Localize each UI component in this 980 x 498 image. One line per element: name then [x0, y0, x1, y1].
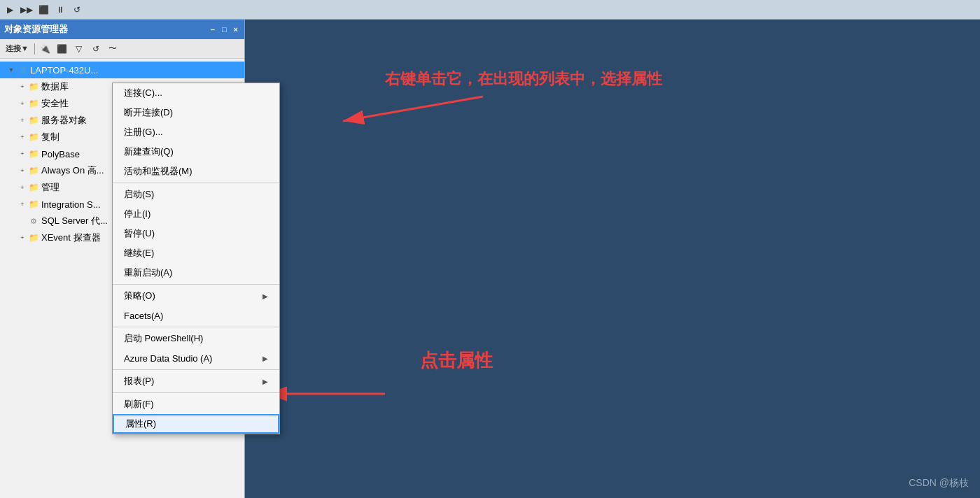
menu-policy-arrow: ▶ [262, 292, 268, 300]
menu-stop-label: 停止(I) [124, 208, 150, 220]
xevent-label: XEvent 探查器 [41, 232, 101, 244]
menu-powershell[interactable]: 启动 PowerShell(H) [113, 329, 279, 348]
menu-azure-studio-label: Azure Data Studio (A) [124, 353, 212, 364]
server-objects-folder-icon: 📁 [28, 115, 39, 126]
menu-activity-monitor-label: 活动和监视器(M) [124, 165, 192, 178]
menu-powershell-label: 启动 PowerShell(H) [124, 332, 203, 345]
menu-pause-label: 暂停(U) [124, 227, 155, 240]
always-on-folder-icon: 📁 [28, 165, 39, 176]
management-label: 管理 [41, 181, 59, 194]
menu-new-query-label: 新建查询(Q) [124, 145, 174, 158]
replication-label: 复制 [41, 131, 59, 143]
management-expand-icon[interactable]: + [17, 182, 28, 193]
menu-continue[interactable]: 继续(E) [113, 243, 279, 263]
menu-register-label: 注册(G)... [124, 126, 163, 138]
integration-folder-icon: 📁 [28, 199, 39, 210]
menu-sep1 [113, 183, 279, 183]
xevent-expand-icon[interactable]: + [17, 232, 28, 243]
menu-connect[interactable]: 连接(C)... [113, 83, 279, 103]
polybase-expand-icon[interactable]: + [17, 148, 28, 159]
menu-restart[interactable]: 重新启动(A) [113, 263, 279, 283]
toolbar-refresh-icon[interactable]: ↺ [70, 3, 84, 17]
menu-policy-label: 策略(O) [124, 290, 155, 302]
oe-title: 对象资源管理器 [4, 23, 68, 36]
server-label: LAPTOP-432U... [30, 65, 98, 76]
security-label: 安全性 [41, 97, 69, 110]
oe-dock-btn[interactable]: □ [220, 24, 229, 34]
menu-properties[interactable]: 属性(R) [113, 414, 279, 434]
integration-label: Integration S... [41, 199, 101, 210]
menu-reports-label: 报表(P) [124, 375, 154, 387]
oe-connect-icon[interactable]: 🔌 [38, 41, 53, 57]
annotation-bottom: 点击属性 [420, 348, 493, 373]
oe-filter-icon[interactable]: ▽ [71, 41, 87, 57]
databases-label: 数据库 [41, 80, 69, 93]
menu-facets[interactable]: Facets(A) [113, 306, 279, 325]
menu-sep5 [113, 392, 279, 393]
replication-folder-icon: 📁 [28, 131, 39, 143]
menu-start[interactable]: 启动(S) [113, 185, 279, 204]
context-menu: 连接(C)... 断开连接(D) 注册(G)... 新建查询(Q) 活动和监视器… [112, 83, 280, 434]
replication-expand-icon[interactable]: + [17, 131, 28, 143]
menu-facets-label: Facets(A) [124, 311, 163, 321]
menu-refresh[interactable]: 刷新(F) [113, 394, 279, 414]
oe-pin-btn[interactable]: – [209, 24, 217, 34]
toolbar-pause-icon[interactable]: ⏸ [53, 3, 67, 17]
oe-toolbar-divider1 [34, 43, 35, 55]
svg-line-1 [343, 97, 483, 121]
menu-properties-label: 属性(R) [125, 418, 156, 430]
menu-connect-label: 连接(C)... [124, 87, 162, 99]
object-explorer-panel: 对象资源管理器 – □ × 连接▼ 🔌 ⬛ ▽ ↺ 〜 ▼ 🖥 LAPTOP-4… [0, 20, 245, 498]
annotation-arrows [245, 20, 980, 498]
sql-agent-icon: ⚙ [28, 215, 39, 227]
menu-azure-studio-arrow: ▶ [262, 355, 268, 362]
menu-refresh-label: 刷新(F) [124, 398, 154, 411]
menu-sep3 [113, 327, 279, 327]
menu-disconnect-label: 断开连接(D) [124, 106, 173, 119]
db-expand-icon[interactable]: + [17, 81, 28, 92]
menu-stop[interactable]: 停止(I) [113, 204, 279, 224]
oe-stop-icon[interactable]: ⬛ [55, 41, 70, 57]
toolbar-play2-icon[interactable]: ▶▶ [20, 3, 34, 17]
menu-policy[interactable]: 策略(O) ▶ [113, 286, 279, 306]
security-folder-icon: 📁 [28, 98, 39, 109]
polybase-label: PolyBase [41, 149, 80, 159]
menu-disconnect[interactable]: 断开连接(D) [113, 103, 279, 122]
server-objects-expand-icon[interactable]: + [17, 115, 28, 126]
toolbar-stop-icon[interactable]: ⬛ [36, 3, 50, 17]
menu-sep2 [113, 284, 279, 285]
always-on-label: Always On 高... [41, 164, 104, 177]
oe-controls: – □ × [209, 24, 240, 34]
menu-activity-monitor[interactable]: 活动和监视器(M) [113, 162, 279, 181]
integration-expand-icon[interactable]: + [17, 199, 28, 210]
main-layout: 对象资源管理器 – □ × 连接▼ 🔌 ⬛ ▽ ↺ 〜 ▼ 🖥 LAPTOP-4… [0, 20, 980, 498]
oe-refresh-icon[interactable]: ↺ [88, 41, 104, 57]
sql-agent-label: SQL Server 代... [41, 215, 108, 227]
server-icon: 🖥 [17, 64, 28, 76]
security-expand-icon[interactable]: + [17, 98, 28, 109]
menu-reports-arrow: ▶ [262, 378, 268, 385]
top-toolbar: ▶ ▶▶ ⬛ ⏸ ↺ [0, 0, 980, 20]
server-expand-icon[interactable]: ▼ [6, 64, 17, 76]
menu-azure-studio[interactable]: Azure Data Studio (A) ▶ [113, 348, 279, 368]
watermark: CSDN @杨枝 [909, 477, 969, 490]
oe-toolbar: 连接▼ 🔌 ⬛ ▽ ↺ 〜 [0, 39, 244, 59]
server-objects-label: 服务器对象 [41, 114, 87, 127]
toolbar-play-icon[interactable]: ▶ [3, 3, 17, 17]
polybase-folder-icon: 📁 [28, 148, 39, 159]
menu-restart-label: 重新启动(A) [124, 266, 172, 279]
oe-connect-btn[interactable]: 连接▼ [3, 41, 31, 57]
oe-titlebar: 对象资源管理器 – □ × [0, 20, 244, 39]
tree-item-server[interactable]: ▼ 🖥 LAPTOP-432U... [0, 62, 244, 78]
oe-close-btn[interactable]: × [232, 24, 240, 34]
oe-wave-icon[interactable]: 〜 [105, 41, 120, 57]
databases-folder-icon: 📁 [28, 81, 39, 92]
annotation-top: 右键单击它，在出现的列表中，选择属性 [385, 69, 662, 90]
always-on-expand-icon[interactable]: + [17, 165, 28, 176]
management-folder-icon: 📁 [28, 182, 39, 193]
menu-reports[interactable]: 报表(P) ▶ [113, 371, 279, 391]
menu-new-query[interactable]: 新建查询(Q) [113, 142, 279, 162]
menu-pause[interactable]: 暂停(U) [113, 224, 279, 243]
menu-register[interactable]: 注册(G)... [113, 122, 279, 142]
menu-start-label: 启动(S) [124, 188, 154, 201]
